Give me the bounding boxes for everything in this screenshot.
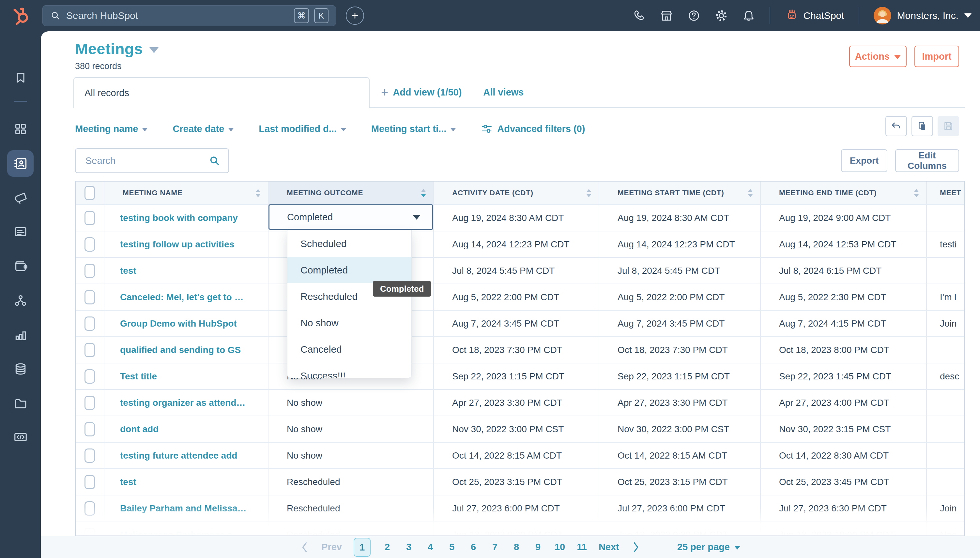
meeting-name-link[interactable]: testing organizer as attend… [120, 398, 245, 408]
org-chart-icon[interactable] [13, 293, 28, 308]
code-icon[interactable] [13, 430, 28, 445]
notifications-bell-icon[interactable] [742, 9, 755, 22]
header-meeting-outcome[interactable]: MEETING OUTCOME [268, 182, 434, 204]
meeting-name-link[interactable]: Canceled: Mel, let's get to … [120, 292, 244, 302]
settings-gear-icon[interactable] [715, 9, 728, 22]
row-checkbox[interactable] [84, 369, 95, 384]
save-view-button[interactable] [937, 116, 959, 136]
header-meeting-name[interactable]: MEETING NAME [104, 182, 268, 204]
undo-button[interactable] [885, 116, 907, 136]
row-checkbox[interactable] [84, 211, 95, 225]
outcome-cell[interactable]: Rescheduled [268, 469, 434, 495]
table-search[interactable] [75, 148, 229, 173]
row-checkbox[interactable] [84, 237, 95, 252]
database-icon[interactable] [13, 361, 28, 376]
page-9[interactable]: 9 [533, 542, 543, 553]
grid-icon[interactable] [13, 121, 28, 136]
all-views-link[interactable]: All views [483, 87, 524, 98]
meeting-name-link[interactable]: test [120, 477, 137, 487]
row-checkbox[interactable] [84, 501, 95, 515]
header-meeting-end[interactable]: MEETING END TIME (CDT) [761, 182, 927, 204]
page-3[interactable]: 3 [404, 542, 413, 553]
content-card-icon[interactable] [13, 224, 28, 239]
chevron-left-icon[interactable] [300, 542, 310, 553]
row-checkbox[interactable] [84, 343, 95, 357]
clone-button[interactable] [911, 116, 933, 136]
megaphone-icon[interactable] [13, 190, 28, 205]
row-checkbox[interactable] [84, 264, 95, 278]
row-checkbox[interactable] [84, 528, 95, 537]
outcome-cell[interactable]: Rescheduled [268, 522, 434, 536]
select-all-checkbox[interactable] [84, 186, 95, 200]
page-10[interactable]: 10 [555, 542, 565, 553]
page-8[interactable]: 8 [512, 542, 521, 553]
row-checkbox[interactable] [84, 317, 95, 331]
bar-chart-icon[interactable] [13, 327, 28, 342]
tab-all-records[interactable]: All records [73, 77, 370, 108]
outcome-cell[interactable]: No show [268, 390, 434, 415]
header-meeting-desc[interactable]: MEET [927, 182, 964, 204]
phone-icon[interactable] [632, 9, 646, 22]
meeting-name-link[interactable]: testing book with company [120, 213, 238, 223]
meeting-name-link[interactable]: testing future attendee add [120, 450, 237, 461]
outcome-cell[interactable]: No show [268, 416, 434, 442]
row-checkbox[interactable] [84, 422, 95, 437]
wallet-icon[interactable] [13, 258, 28, 274]
meeting-name-link[interactable]: Test title [120, 371, 157, 382]
meeting-name-link[interactable]: qualified and sending to GS [120, 345, 241, 355]
page-title-group[interactable]: Meetings [75, 40, 158, 58]
page-7[interactable]: 7 [490, 542, 500, 553]
actions-button[interactable]: Actions [849, 46, 907, 67]
export-button[interactable]: Export [841, 149, 887, 172]
header-meeting-start[interactable]: MEETING START TIME (CDT) [599, 182, 761, 204]
filter-create-date[interactable]: Create date [173, 123, 234, 134]
row-checkbox[interactable] [84, 475, 95, 489]
page-2[interactable]: 2 [382, 542, 392, 553]
outcome-cell[interactable]: No show [268, 443, 434, 468]
chatspot-button[interactable]: ChatSpot [785, 9, 844, 23]
page-11[interactable]: 11 [577, 542, 587, 553]
import-button[interactable]: Import [914, 46, 959, 67]
page-4[interactable]: 4 [425, 542, 435, 553]
meeting-outcome-select[interactable]: Completed [268, 204, 433, 230]
marketplace-icon[interactable] [660, 9, 673, 22]
page-5[interactable]: 5 [447, 542, 457, 553]
hubspot-logo-icon[interactable] [11, 6, 31, 25]
account-menu[interactable]: Monsters, Inc. [874, 7, 972, 25]
meeting-name-link[interactable]: Bailey Parham and Melissa… [120, 503, 247, 514]
filter-meeting-start[interactable]: Meeting start ti... [371, 123, 456, 134]
folder-icon[interactable] [13, 396, 28, 411]
filter-last-modified[interactable]: Last modified d... [259, 123, 346, 134]
create-button[interactable] [346, 7, 364, 25]
menu-option-canceled[interactable]: Canceled [287, 336, 412, 363]
global-search-input[interactable] [66, 10, 289, 21]
per-page-select[interactable]: 25 per page [677, 542, 740, 553]
menu-option-scheduled[interactable]: Scheduled [287, 230, 412, 257]
advanced-filters-link[interactable]: Advanced filters (0) [481, 123, 585, 135]
meeting-name-link[interactable]: dont add [120, 424, 158, 435]
bookmark-icon[interactable] [13, 71, 28, 85]
edit-columns-button[interactable]: Edit Columns [895, 149, 959, 172]
add-view-link[interactable]: +Add view (1/50) [381, 87, 462, 98]
chevron-right-icon[interactable] [631, 542, 641, 553]
menu-option-completed[interactable]: Completed [287, 257, 412, 283]
global-search[interactable]: ⌘ K [43, 5, 336, 26]
row-checkbox[interactable] [84, 448, 95, 463]
table-search-input[interactable] [86, 156, 208, 166]
help-icon[interactable] [687, 9, 700, 22]
row-checkbox[interactable] [84, 396, 95, 410]
meeting-name-link[interactable]: Group Demo with HubSpot [120, 318, 237, 329]
prev-button[interactable]: Prev [321, 542, 342, 553]
menu-option-no-show[interactable]: No show [287, 310, 412, 336]
meeting-name-link[interactable]: Melissaaaaa Parhamaaa a… [120, 530, 241, 537]
header-activity-date[interactable]: ACTIVITY DATE (CDT) [434, 182, 599, 204]
row-checkbox[interactable] [84, 290, 95, 304]
outcome-cell[interactable]: Rescheduled [268, 496, 434, 521]
sidebar-item-crm-active[interactable] [7, 150, 34, 177]
filter-meeting-name[interactable]: Meeting name [75, 123, 148, 134]
next-button[interactable]: Next [599, 542, 619, 553]
page-1[interactable]: 1 [354, 538, 371, 557]
meeting-name-link[interactable]: testing follow up activities [120, 239, 234, 249]
meeting-name-link[interactable]: test [120, 266, 137, 276]
page-6[interactable]: 6 [468, 542, 478, 553]
